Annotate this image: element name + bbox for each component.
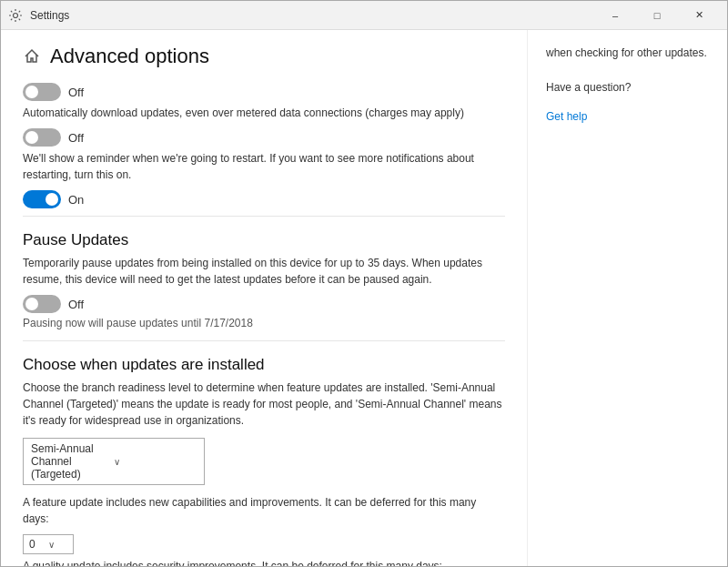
settings-window: Settings – □ ✕ Advanced options Of	[0, 0, 728, 567]
pause-toggle-knob	[25, 298, 38, 310]
toggle3-label: On	[68, 193, 84, 207]
toggle2-desc: Automatically download updates, even ove…	[23, 105, 505, 121]
window-controls: – □ ✕	[594, 1, 720, 30]
toggle3[interactable]	[23, 190, 61, 208]
toggle1[interactable]	[23, 83, 61, 101]
choose-title: Choose when updates are installed	[23, 356, 505, 374]
choose-desc: Choose the branch readiness level to det…	[23, 380, 505, 429]
window-title: Settings	[30, 9, 594, 22]
settings-icon	[8, 8, 23, 23]
divider1	[23, 216, 505, 217]
feature-days-arrow: ∨	[48, 540, 67, 550]
pause-toggle[interactable]	[23, 295, 61, 313]
channel-dropdown-arrow: ∨	[114, 457, 197, 467]
toggle3-row: On	[23, 190, 505, 208]
pause-info: Pausing now will pause updates until 7/1…	[23, 317, 505, 329]
svg-point-0	[14, 13, 18, 17]
pause-title: Pause Updates	[23, 231, 505, 249]
page-title: Advanced options	[50, 45, 209, 68]
channel-dropdown-row: Semi-Annual Channel (Targeted) ∨	[23, 438, 505, 485]
right-panel: when checking for other updates. Have a …	[527, 30, 727, 566]
toggle3-knob	[46, 193, 58, 206]
page-header: Advanced options	[23, 45, 505, 68]
toggle2[interactable]	[23, 128, 61, 147]
pause-toggle-row: Off	[23, 295, 505, 313]
content-area: Advanced options Off Automatically downl…	[1, 30, 727, 566]
toggle2-knob	[25, 131, 38, 144]
toggle2-label: Off	[68, 131, 84, 145]
divider2	[23, 340, 505, 341]
feature-days-value: 0	[29, 538, 48, 551]
toggle1-knob	[25, 86, 38, 98]
right-text: when checking for other updates.	[546, 45, 709, 61]
feature-days-dropdown[interactable]: 0 ∨	[23, 534, 74, 554]
toggle2-row: Off	[23, 128, 505, 147]
channel-dropdown-value: Semi-Annual Channel (Targeted)	[31, 442, 114, 481]
minimize-button[interactable]: –	[594, 1, 636, 30]
titlebar: Settings – □ ✕	[1, 1, 727, 30]
toggle3-desc: We'll show a reminder when we're going t…	[23, 150, 505, 183]
home-icon[interactable]	[23, 47, 41, 66]
have-question: Have a question?	[546, 79, 709, 96]
main-panel: Advanced options Off Automatically downl…	[1, 30, 527, 566]
quality-desc: A quality update includes security impro…	[23, 558, 505, 566]
channel-dropdown[interactable]: Semi-Annual Channel (Targeted) ∨	[23, 438, 205, 485]
toggle1-row: Off	[23, 83, 505, 101]
close-button[interactable]: ✕	[678, 1, 720, 30]
pause-desc: Temporarily pause updates from being ins…	[23, 255, 505, 288]
pause-toggle-label: Off	[68, 298, 84, 311]
get-help-link[interactable]: Get help	[546, 110, 709, 123]
maximize-button[interactable]: □	[636, 1, 678, 30]
feature-desc: A feature update includes new capabiliti…	[23, 494, 505, 527]
toggle1-label: Off	[68, 86, 84, 99]
